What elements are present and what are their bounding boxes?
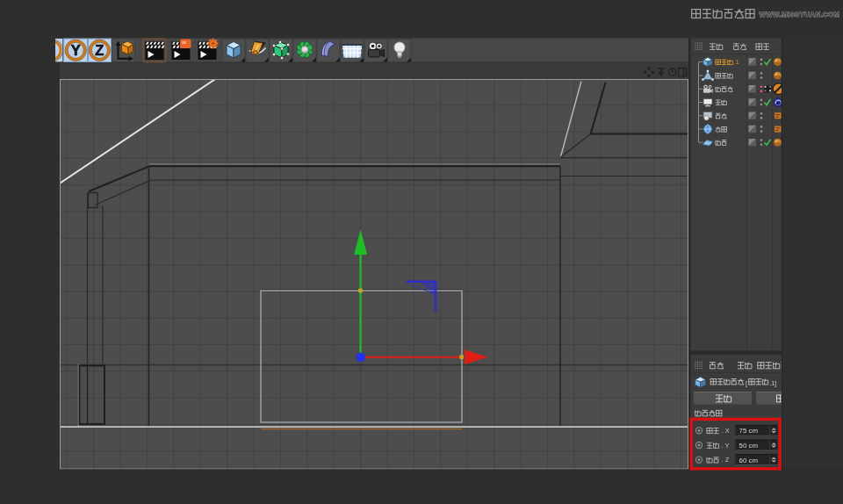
svg-text:.1: .1	[734, 59, 739, 65]
svg-text:.1]: .1]	[769, 379, 776, 387]
svg-text:. Y: . Y	[722, 442, 730, 450]
svg-text:60 cm: 60 cm	[739, 457, 759, 464]
svg-text:75 cm: 75 cm	[739, 427, 759, 435]
svg-text:50 cm: 50 cm	[739, 442, 759, 450]
svg-text:[: [	[746, 379, 747, 387]
svg-text:. X: . X	[722, 427, 730, 435]
svg-text:Y: Y	[71, 42, 81, 58]
svg-text:WWW.MISSYUAN.COM: WWW.MISSYUAN.COM	[760, 11, 840, 18]
svg-text:Z: Z	[95, 42, 104, 58]
svg-text:. Z: . Z	[722, 456, 730, 464]
